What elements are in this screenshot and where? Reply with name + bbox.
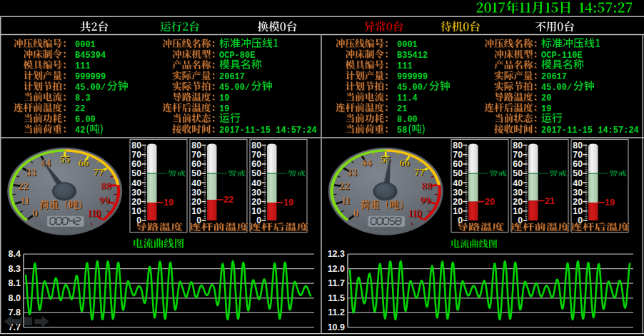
svg-text:20: 20 [513,197,523,207]
svg-text:20: 20 [251,197,261,207]
svg-text:12.0: 12.0 [328,264,345,274]
svg-text:0001: 0001 [397,40,418,50]
svg-text:999999: 999999 [397,72,428,82]
svg-text:19: 19 [219,93,229,103]
svg-text:10: 10 [251,206,261,216]
svg-text:50: 50 [131,168,141,178]
svg-text:60: 60 [513,159,523,169]
svg-text:10: 10 [513,206,523,216]
svg-text:11.5: 11.5 [328,293,345,303]
svg-text:21: 21 [397,104,407,114]
svg-text:20: 20 [541,93,551,103]
svg-text:OCP-80E: OCP-80E [219,51,255,61]
svg-text:B45394: B45394 [75,51,106,61]
svg-text:111: 111 [75,61,91,71]
svg-text:60: 60 [573,159,583,169]
svg-text:19: 19 [219,104,229,114]
svg-text:10: 10 [573,206,583,216]
svg-text:B35412: B35412 [397,51,428,61]
svg-text:70: 70 [131,150,141,160]
svg-text:60: 60 [191,159,201,169]
svg-text:999999: 999999 [75,72,106,82]
svg-text:58: 58 [397,126,407,136]
svg-text:19: 19 [163,198,173,208]
svg-text:40: 40 [513,178,523,188]
svg-text:45.00/: 45.00/ [541,83,572,93]
svg-text:20617: 20617 [219,72,245,82]
svg-text:8.1: 8.1 [9,278,21,288]
svg-text:50: 50 [513,168,523,178]
svg-text:0001: 0001 [75,40,96,50]
svg-text:10: 10 [131,206,141,216]
svg-text:30: 30 [251,188,261,198]
svg-text:20617: 20617 [541,72,567,82]
svg-text:50: 50 [573,168,583,178]
svg-text:70: 70 [191,150,201,160]
svg-text:11.4: 11.4 [397,93,418,103]
svg-text:8.3: 8.3 [75,93,91,103]
svg-text:8.4: 8.4 [9,249,21,259]
svg-text:45.00/: 45.00/ [397,83,428,93]
svg-text:2017-11-15 14:57:24: 2017-11-15 14:57:24 [219,126,317,136]
svg-text:80: 80 [513,141,523,151]
svg-text:70: 70 [453,150,463,160]
svg-text:80: 80 [251,141,261,151]
svg-text:7.8: 7.8 [9,307,21,317]
svg-text:80: 80 [453,141,463,151]
svg-text:111: 111 [397,61,413,71]
svg-text:OCP-110E: OCP-110E [541,51,583,61]
svg-text:40: 40 [453,178,463,188]
svg-text:21: 21 [545,196,555,206]
svg-text:19: 19 [283,198,293,208]
svg-text:60: 60 [251,159,261,169]
svg-text:70: 70 [573,150,583,160]
svg-text:6.00: 6.00 [75,115,96,125]
svg-text:50: 50 [453,168,463,178]
svg-text:30: 30 [131,188,141,198]
svg-text:8.3: 8.3 [9,264,21,274]
svg-text:40: 40 [251,178,261,188]
svg-text:70: 70 [251,150,261,160]
svg-text:40: 40 [573,178,583,188]
svg-text:22: 22 [223,195,233,205]
svg-text:10: 10 [191,206,201,216]
svg-text:11.7: 11.7 [328,278,345,288]
svg-text:20: 20 [191,197,201,207]
svg-text:30: 30 [453,188,463,198]
svg-text:20: 20 [453,197,463,207]
svg-text:45.00/: 45.00/ [219,83,250,93]
svg-text:30: 30 [573,188,583,198]
svg-text:2017-11-15 14:57:24: 2017-11-15 14:57:24 [541,126,639,136]
svg-text:8.0: 8.0 [9,293,21,303]
svg-text:40: 40 [191,178,201,188]
svg-text:19: 19 [605,198,615,208]
svg-text:10: 10 [453,206,463,216]
svg-text:70: 70 [513,150,523,160]
svg-text:45.00/: 45.00/ [75,83,106,93]
svg-text:40: 40 [131,178,141,188]
svg-text:80: 80 [573,141,583,151]
svg-text:30: 30 [513,188,523,198]
svg-text:8.00: 8.00 [397,115,418,125]
svg-text:80: 80 [191,141,201,151]
svg-text:22: 22 [75,104,85,114]
svg-text:20: 20 [131,197,141,207]
svg-text:60: 60 [453,159,463,169]
svg-text:11.2: 11.2 [328,307,345,317]
svg-text:20: 20 [573,197,583,207]
svg-text:12.3: 12.3 [328,249,345,259]
svg-text:60: 60 [131,159,141,169]
svg-text:80: 80 [131,141,141,151]
svg-text:10.9: 10.9 [328,322,345,332]
svg-text:20: 20 [485,197,495,207]
svg-text:42: 42 [75,126,85,136]
svg-text:50: 50 [191,168,201,178]
svg-text:50: 50 [251,168,261,178]
svg-text:30: 30 [191,188,201,198]
svg-text:19: 19 [541,104,551,114]
